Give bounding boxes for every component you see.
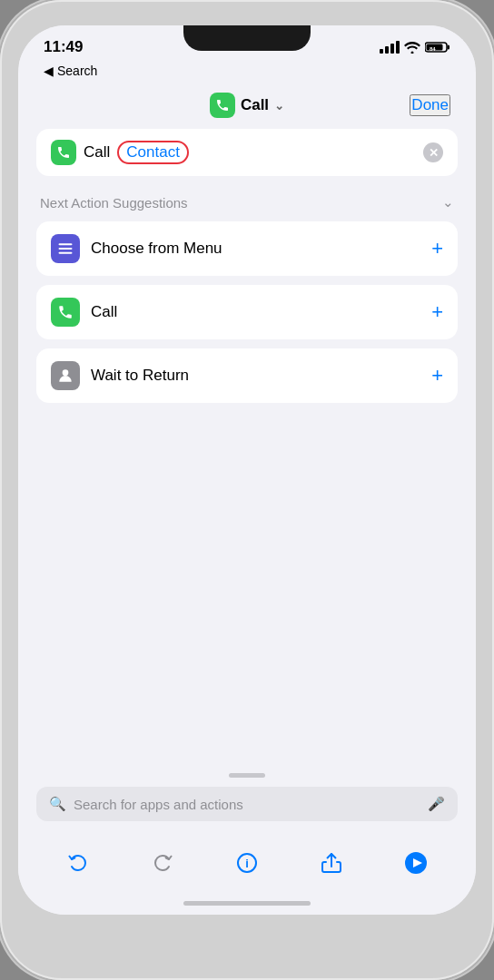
wait-to-return-label: Wait to Return (91, 367, 420, 385)
call-action-icon (51, 140, 76, 165)
menu-icon (51, 234, 80, 263)
contact-pill[interactable]: Contact (117, 141, 189, 164)
home-bar (183, 901, 311, 906)
back-arrow-icon: ◀ (44, 64, 54, 78)
play-button[interactable] (396, 843, 436, 883)
svg-text:84: 84 (430, 46, 436, 52)
svg-text:i: i (245, 857, 249, 870)
header: Call ⌄ Done (18, 83, 476, 129)
choose-from-menu-add-button[interactable]: + (431, 239, 443, 259)
call-suggestion-label: Call (91, 303, 420, 321)
choose-from-menu-label: Choose from Menu (91, 240, 420, 258)
call-text: Call (84, 143, 110, 162)
suggestions-title: Next Action Suggestions (40, 195, 188, 211)
done-button[interactable]: Done (410, 94, 450, 116)
wait-add-button[interactable]: + (431, 366, 443, 386)
call-contact-row[interactable]: Call Contact ✕ (36, 129, 458, 176)
header-call-icon (210, 93, 235, 118)
share-button[interactable] (311, 843, 351, 883)
call-suggestion-icon (51, 298, 80, 327)
phone-frame: 11:49 84 (0, 0, 494, 980)
wifi-icon (404, 41, 420, 54)
status-icons: 84 (380, 41, 450, 54)
info-button[interactable]: i (227, 843, 267, 883)
svg-point-7 (63, 369, 69, 376)
redo-button[interactable] (143, 843, 183, 883)
phone-screen: 11:49 84 (18, 25, 476, 915)
bottom-toolbar: i (18, 836, 476, 901)
status-bar: 11:49 84 (18, 25, 476, 64)
search-icon: 🔍 (49, 796, 66, 812)
search-back[interactable]: ◀ Search (18, 64, 476, 83)
header-title: Call ⌄ (210, 93, 284, 118)
header-call-label: Call (241, 96, 269, 114)
home-indicator (18, 901, 476, 915)
call-add-button[interactable]: + (431, 302, 443, 322)
search-placeholder: Search for apps and actions (74, 797, 420, 812)
suggestion-wait-to-return[interactable]: Wait to Return + (36, 348, 458, 403)
clear-button[interactable]: ✕ (423, 142, 443, 162)
suggestion-choose-from-menu[interactable]: Choose from Menu + (36, 221, 458, 276)
svg-rect-5 (59, 248, 73, 250)
battery-icon: 84 (425, 41, 450, 54)
header-chevron-icon: ⌄ (274, 99, 284, 113)
wait-icon (51, 361, 80, 390)
undo-button[interactable] (58, 843, 98, 883)
mic-icon[interactable]: 🎤 (428, 796, 445, 812)
suggestions-chevron-icon[interactable]: ⌄ (442, 194, 454, 211)
svg-rect-4 (59, 243, 73, 245)
suggestion-call[interactable]: Call + (36, 285, 458, 339)
search-bar[interactable]: 🔍 Search for apps and actions 🎤 (36, 787, 458, 821)
status-time: 11:49 (44, 38, 83, 56)
drag-handle (229, 773, 265, 778)
svg-rect-6 (59, 252, 73, 254)
svg-rect-1 (448, 45, 450, 50)
suggestions-section-header: Next Action Suggestions ⌄ (36, 194, 458, 211)
notch (183, 25, 311, 51)
content: Call Contact ✕ Next Action Suggestions ⌄ (18, 129, 476, 451)
signal-icon (380, 41, 400, 54)
back-label: Search (57, 64, 97, 78)
